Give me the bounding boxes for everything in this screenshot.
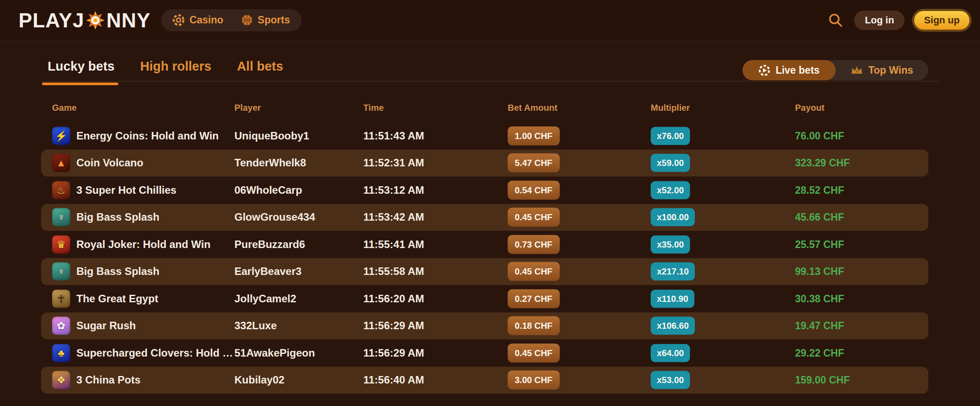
bet-row[interactable]: ♛ Royal Joker: Hold and Win PureBuzzard6… <box>41 231 928 258</box>
game-name: Big Bass Splash <box>76 265 159 278</box>
royal-joker-game-icon: ♛ <box>52 235 70 253</box>
bet-time: 11:53:42 AM <box>363 211 424 223</box>
bet-amount-badge: 0.45 CHF <box>508 208 560 227</box>
bet-amount-badge: 0.54 CHF <box>508 180 560 199</box>
toggle-top-wins[interactable]: Top Wins <box>836 60 929 80</box>
bet-time: 11:52:31 AM <box>363 157 424 169</box>
game-name: Coin Volcano <box>76 157 143 169</box>
payout-value: 30.38 CHF <box>795 293 844 304</box>
bet-amount-badge: 0.73 CHF <box>508 235 560 254</box>
multiplier-badge: x35.00 <box>651 235 690 253</box>
bet-row[interactable]: ▲ Coin Volcano TenderWhelk8 11:52:31 AM … <box>41 150 928 177</box>
big-bass-splash-game-icon: ♆ <box>52 208 70 226</box>
multiplier-badge: x217.10 <box>651 263 695 281</box>
view-toggle: Live bets Top Wins <box>743 60 928 80</box>
column-header-bet-amount: Bet Amount <box>508 103 558 113</box>
live-bets-label: Live bets <box>776 64 820 76</box>
player-name: 332Luxe <box>234 320 277 332</box>
sports-label: Sports <box>258 14 290 26</box>
bet-time: 11:56:29 AM <box>363 320 424 332</box>
bet-time: 11:56:29 AM <box>363 347 424 359</box>
game-name: The Great Egypt <box>76 293 158 305</box>
multiplier-badge: x76.00 <box>651 127 690 145</box>
game-name: Big Bass Splash <box>76 211 159 223</box>
signup-button[interactable]: Sign up <box>913 10 970 30</box>
player-name: UniqueBooby1 <box>234 130 309 142</box>
top-wins-label: Top Wins <box>868 64 913 76</box>
bet-time: 11:53:12 AM <box>363 184 424 196</box>
sugar-rush-game-icon: ✿ <box>52 317 70 335</box>
bet-row[interactable]: ♆ Big Bass Splash EarlyBeaver3 11:55:58 … <box>41 258 928 286</box>
multiplier-badge: x110.90 <box>651 289 694 308</box>
bet-amount-badge: 0.45 CHF <box>508 262 560 281</box>
player-name: 06WholeCarp <box>234 184 302 196</box>
bet-row[interactable]: ✿ Sugar Rush 332Luxe 11:56:29 AM 0.18 CH… <box>41 312 928 340</box>
bet-row[interactable]: ⚡ Energy Coins: Hold and Win UniqueBooby… <box>41 122 928 150</box>
supercharged-clovers-game-icon: ♣ <box>52 344 70 362</box>
column-header-payout: Payout <box>795 103 825 113</box>
game-name: 3 China Pots <box>76 374 140 386</box>
bet-row[interactable]: ♨ 3 Super Hot Chillies 06WholeCarp 11:53… <box>41 177 928 204</box>
player-name: TenderWhelk8 <box>234 157 306 169</box>
product-nav: Casino Sports <box>161 9 302 31</box>
column-header-multiplier: Multiplier <box>651 103 690 113</box>
logo-text-right: NNY <box>106 8 151 32</box>
player-name: GlowGrouse434 <box>234 211 315 223</box>
table-column-headers: Game Player Time Bet Amount Multiplier P… <box>0 103 980 114</box>
payout-value: 159.00 CHF <box>795 374 850 386</box>
casino-chip-icon <box>173 14 185 26</box>
bet-amount-badge: 3.00 CHF <box>508 371 560 390</box>
multiplier-badge: x64.00 <box>651 344 690 362</box>
bet-amount-badge: 5.47 CHF <box>508 154 560 173</box>
bet-row[interactable]: ❖ 3 China Pots Kubilay02 11:56:40 AM 3.0… <box>41 367 928 394</box>
payout-value: 29.22 CHF <box>795 347 844 359</box>
player-name: JollyCamel2 <box>234 293 296 305</box>
top-bar: PLAYJ NNY Casino <box>0 0 980 41</box>
multiplier-badge: x59.00 <box>651 154 690 172</box>
bet-amount-badge: 0.27 CHF <box>508 289 560 308</box>
bet-time: 11:55:58 AM <box>363 265 424 278</box>
multiplier-badge: x100.00 <box>651 208 695 226</box>
great-egypt-game-icon: ☥ <box>52 289 70 308</box>
multiplier-badge: x106.60 <box>651 317 695 335</box>
bet-row[interactable]: ♆ Big Bass Splash GlowGrouse434 11:53:42… <box>41 204 928 231</box>
game-name: Sugar Rush <box>76 320 136 332</box>
payout-value: 323.29 CHF <box>795 157 850 169</box>
payout-value: 45.66 CHF <box>795 211 844 223</box>
coin-volcano-game-icon: ▲ <box>52 154 70 172</box>
bet-time: 11:55:41 AM <box>363 238 424 251</box>
player-name: 51AwakePigeon <box>234 347 315 359</box>
sports-ball-icon <box>241 14 253 26</box>
search-icon <box>828 12 844 28</box>
bet-time: 11:51:43 AM <box>363 130 424 142</box>
super-hot-chillies-game-icon: ♨ <box>52 181 70 199</box>
payout-value: 76.00 CHF <box>795 130 844 142</box>
column-header-time: Time <box>363 103 384 113</box>
bet-time: 11:56:20 AM <box>363 293 424 305</box>
search-button[interactable] <box>827 11 844 29</box>
live-chip-icon <box>758 64 770 76</box>
player-name: PureBuzzard6 <box>234 238 305 251</box>
bet-row[interactable]: ♣ Supercharged Clovers: Hold … 51AwakePi… <box>41 339 928 367</box>
game-name: Supercharged Clovers: Hold … <box>76 347 233 359</box>
china-pots-game-icon: ❖ <box>52 371 70 389</box>
login-button[interactable]: Log in <box>854 11 905 30</box>
column-header-player: Player <box>234 103 261 113</box>
bets-table-body: ⚡ Energy Coins: Hold and Win UniqueBooby… <box>41 122 928 394</box>
player-name: Kubilay02 <box>234 374 284 386</box>
bet-amount-badge: 0.18 CHF <box>508 316 560 335</box>
site-logo[interactable]: PLAYJ NNY <box>19 8 151 32</box>
bet-amount-badge: 1.00 CHF <box>508 126 560 145</box>
game-name: Energy Coins: Hold and Win <box>76 130 219 142</box>
logo-text-left: PLAYJ <box>19 8 84 32</box>
bet-row[interactable]: ☥ The Great Egypt JollyCamel2 11:56:20 A… <box>41 285 928 312</box>
casino-label: Casino <box>189 14 223 26</box>
nav-item-casino[interactable]: Casino <box>173 14 223 26</box>
column-header-game: Game <box>52 103 77 113</box>
energy-coins-game-icon: ⚡ <box>52 127 70 145</box>
nav-item-sports[interactable]: Sports <box>241 14 290 26</box>
payout-value: 19.47 CHF <box>795 320 844 332</box>
crown-icon <box>851 65 863 75</box>
game-name: 3 Super Hot Chillies <box>76 184 177 196</box>
toggle-live-bets[interactable]: Live bets <box>743 60 836 80</box>
